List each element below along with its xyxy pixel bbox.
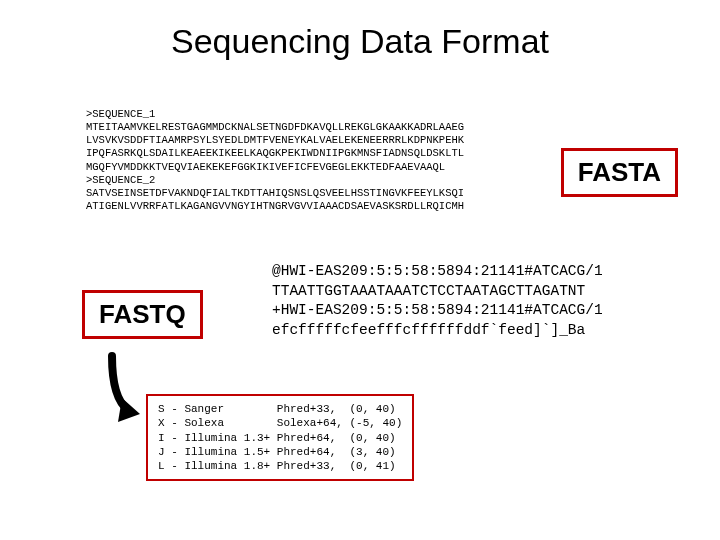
- fastq-sequence-block: @HWI-EAS209:5:5:58:5894:21141#ATCACG/1 T…: [272, 262, 603, 340]
- encoding-table: S - Sanger Phred+33, (0, 40) X - Solexa …: [146, 394, 414, 481]
- fastq-label-box: FASTQ: [82, 290, 203, 339]
- fasta-label-box: FASTA: [561, 148, 678, 197]
- arrow-icon: [100, 348, 150, 428]
- fasta-sequence-block: >SEQUENCE_1 MTEITAAMVKELRESTGAGMMDCKNALS…: [86, 108, 464, 213]
- page-title: Sequencing Data Format: [0, 22, 720, 61]
